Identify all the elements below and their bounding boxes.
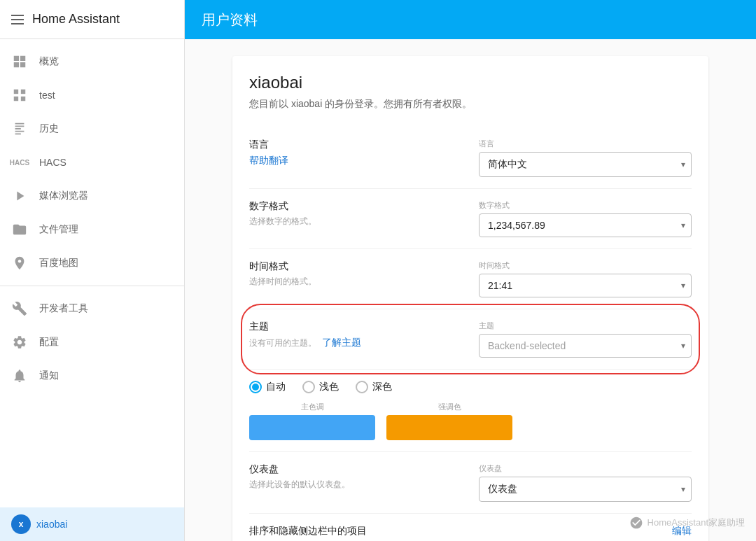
dashboard-label-col: 仪表盘 选择此设备的默认仪表盘。	[249, 463, 462, 491]
profile-description: 您目前以 xiaobai 的身份登录。您拥有所有者权限。	[249, 98, 692, 111]
sidebar-label-files: 文件管理	[39, 223, 78, 236]
radio-label-dark: 深色	[372, 381, 392, 393]
time-format-label: 时间格式	[249, 260, 462, 273]
number-format-label: 数字格式	[249, 200, 462, 213]
sidebar-label-developer: 开发者工具	[39, 302, 88, 315]
svg-rect-0	[14, 90, 18, 94]
time-format-control-col: 时间格式 21:41 ▾	[479, 260, 692, 297]
accent-color-label: 强调色	[386, 402, 512, 412]
sidebar-item-files[interactable]: 文件管理	[0, 213, 184, 246]
theme-learn-link[interactable]: 了解主题	[322, 337, 361, 348]
radio-light[interactable]: 浅色	[302, 381, 339, 393]
chevron-down-icon: ▾	[681, 281, 685, 290]
page-title: 用户资料	[202, 10, 258, 29]
language-control-col: 语言 简体中文 ▾	[479, 139, 692, 177]
sidebar-label-map: 百度地图	[39, 257, 78, 269]
sidebar-edit-link[interactable]: 编辑	[672, 525, 692, 538]
time-format-select[interactable]: 21:41 ▾	[479, 274, 692, 297]
number-format-row: 数字格式 选择数字的格式。 数字格式 1,234,567.89 ▾	[249, 189, 692, 249]
svg-rect-1	[21, 90, 25, 94]
number-format-control-col: 数字格式 1,234,567.89 ▾	[479, 200, 692, 237]
radio-dark[interactable]: 深色	[356, 381, 392, 393]
chevron-down-icon: ▾	[681, 220, 685, 230]
history-icon	[11, 120, 28, 137]
sidebar-label-overview: 概览	[39, 55, 59, 68]
language-row: 语言 帮助翻译 语言 简体中文 ▾	[249, 127, 692, 189]
svg-rect-2	[14, 97, 18, 101]
sidebar-item-developer[interactable]: 开发者工具	[0, 292, 184, 325]
radio-label-auto: 自动	[266, 381, 286, 393]
chevron-down-icon: ▾	[681, 160, 685, 169]
time-format-label-col: 时间格式 选择时间的格式。	[249, 260, 462, 288]
sidebar-item-media[interactable]: 媒体浏览器	[0, 179, 184, 213]
number-format-sublabel: 选择数字的格式。	[249, 216, 462, 227]
gear-icon	[11, 334, 28, 351]
sidebar-label-history: 历史	[39, 122, 59, 135]
dashboard-sublabel: 选择此设备的默认仪表盘。	[249, 479, 462, 491]
dashboard-select[interactable]: 仪表盘 ▾	[479, 477, 692, 502]
folder-icon	[11, 221, 28, 238]
media-icon	[11, 188, 28, 204]
primary-color-swatch[interactable]	[249, 415, 375, 440]
language-select[interactable]: 简体中文 ▾	[479, 152, 692, 177]
svg-rect-3	[21, 97, 25, 101]
language-select-label: 语言	[479, 139, 692, 149]
number-format-label-col: 数字格式 选择数字的格式。	[249, 200, 462, 227]
sidebar-order-label: 排序和隐藏侧边栏中的项目	[249, 525, 462, 538]
sidebar-label-config: 配置	[39, 336, 59, 349]
sidebar-item-overview[interactable]: 概览	[0, 45, 184, 78]
dashboard-control-col: 仪表盘 仪表盘 ▾	[479, 463, 692, 502]
radio-circle-auto	[249, 381, 262, 393]
map-icon	[11, 255, 28, 272]
profile-card: xiaobai 您目前以 xiaobai 的身份登录。您拥有所有者权限。 语言 …	[232, 56, 708, 541]
sidebar-header: Home Assistant	[0, 0, 184, 39]
accent-color-swatch[interactable]	[386, 415, 512, 440]
language-label: 语言	[249, 139, 462, 151]
theme-row: 主题 没有可用的主题。 了解主题 主题 Backend-selected ▾	[249, 309, 692, 370]
sidebar-item-history[interactable]: 历史	[0, 112, 184, 146]
number-format-select[interactable]: 1,234,567.89 ▾	[479, 213, 692, 237]
hacs-icon: HACS	[11, 154, 28, 171]
radio-auto[interactable]: 自动	[249, 381, 286, 393]
number-format-select-label: 数字格式	[479, 200, 692, 211]
chevron-down-icon: ▾	[681, 484, 685, 494]
overview-icon	[11, 53, 28, 70]
sidebar-divider	[0, 286, 184, 286]
theme-control-col: 主题 Backend-selected ▾	[479, 321, 692, 358]
radio-circle-dark	[356, 381, 368, 393]
language-help-link[interactable]: 帮助翻译	[249, 155, 288, 166]
accent-swatch-col: 强调色	[386, 402, 512, 440]
sidebar: Home Assistant 概览 test 历史 HACS HACS	[0, 0, 185, 541]
wrench-icon	[11, 300, 28, 317]
time-format-sublabel: 选择时间的格式。	[249, 276, 462, 288]
dashboard-select-label: 仪表盘	[479, 463, 692, 474]
sidebar-item-map[interactable]: 百度地图	[0, 246, 184, 280]
sidebar-order-label-col: 排序和隐藏侧边栏中的项目 您也可以长按侧边栏标题来进入编辑模式。	[249, 525, 462, 541]
sidebar-item-config[interactable]: 配置	[0, 325, 184, 359]
color-radio-group: 自动 浅色 深色	[249, 381, 692, 393]
theme-select[interactable]: Backend-selected ▾	[479, 334, 692, 358]
topbar: 用户资料	[185, 0, 756, 39]
color-swatches: 主色调 强调色	[249, 402, 692, 440]
bell-icon	[11, 367, 28, 384]
sidebar-label-notifications: 通知	[39, 370, 59, 382]
theme-label: 主题	[249, 321, 462, 333]
sidebar-label-hacs: HACS	[39, 157, 66, 168]
avatar: x	[11, 514, 31, 534]
main-content: 用户资料 xiaobai 您目前以 xiaobai 的身份登录。您拥有所有者权限…	[185, 0, 756, 541]
sidebar-nav: 概览 test 历史 HACS HACS 媒体浏览器	[0, 39, 184, 507]
sidebar-item-hacs[interactable]: HACS HACS	[0, 146, 184, 179]
sidebar-label-media: 媒体浏览器	[39, 190, 88, 202]
sidebar-item-test[interactable]: test	[0, 78, 184, 112]
radio-label-light: 浅色	[319, 381, 339, 393]
user-profile-button[interactable]: x xiaobai	[0, 507, 184, 541]
time-format-select-label: 时间格式	[479, 260, 692, 271]
primary-color-label: 主色调	[249, 402, 375, 412]
theme-no-available: 没有可用的主题。	[249, 338, 316, 348]
time-format-row: 时间格式 选择时间的格式。 时间格式 21:41 ▾	[249, 249, 692, 309]
sidebar-label-test: test	[39, 90, 55, 101]
hamburger-icon[interactable]	[11, 15, 24, 24]
sidebar-item-notifications[interactable]: 通知	[0, 359, 184, 393]
sidebar-order-row: 排序和隐藏侧边栏中的项目 您也可以长按侧边栏标题来进入编辑模式。 编辑	[249, 514, 692, 541]
profile-username: xiaobai	[249, 73, 692, 92]
